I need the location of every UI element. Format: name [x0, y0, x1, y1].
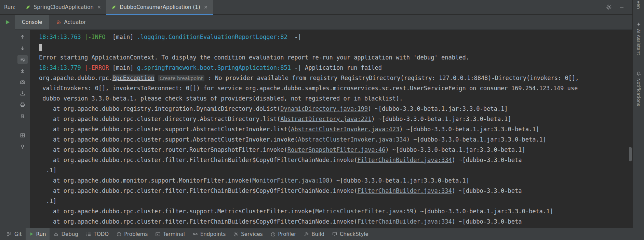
todo-icon	[86, 231, 91, 237]
log-text	[155, 75, 158, 81]
tab-actuator[interactable]: Actuator	[49, 15, 93, 29]
log-text: at org.apache.dubbo.rpc.cluster.support.…	[39, 126, 291, 133]
stripe-ai-assistant[interactable]: AI Assistant	[633, 22, 644, 55]
hide-button[interactable]	[619, 5, 624, 10]
log-level-error: |-ERROR	[84, 64, 109, 71]
status-item-label: Terminal	[163, 231, 185, 237]
console-toolbar	[15, 30, 30, 228]
file-link[interactable]: DynamicDirectory.java:199	[280, 105, 368, 112]
ai-icon	[636, 22, 641, 27]
services-icon	[233, 231, 239, 237]
console-line: at org.apache.dubbo.rpc.cluster.filter.F…	[39, 216, 632, 227]
exception-link[interactable]: RpcException	[112, 75, 155, 81]
statusbar-debug[interactable]: Debug	[50, 228, 82, 240]
profiler-icon	[270, 231, 276, 237]
create-breakpoint-hint[interactable]: Create breakpoint	[158, 75, 204, 81]
status-item-label: Endpoints	[200, 231, 226, 237]
up-stack-trace-button[interactable]	[17, 32, 28, 41]
spring-boot-icon	[25, 4, 31, 10]
import-button[interactable]	[17, 89, 28, 98]
file-link[interactable]: RouterSnapshotFilter.java:46	[287, 146, 386, 153]
right-tool-window-strip: venAI AssistantNotifications	[632, 0, 644, 228]
stripe-notifications[interactable]: Notifications	[633, 71, 644, 106]
log-text: -|	[287, 34, 301, 40]
rerun-button[interactable]	[4, 19, 11, 25]
file-link[interactable]: FilterChainBuilder.java:334	[357, 218, 452, 225]
panel-tab-label: Actuator	[64, 19, 86, 25]
statusbar-git[interactable]: Git	[3, 228, 26, 240]
status-item-label: Problems	[124, 231, 148, 237]
log-text: at org.apache.dubbo.rpc.cluster.support.…	[39, 136, 298, 143]
run-tab-label: DubboConsumerApplication (1)	[120, 4, 200, 10]
log-level-info: |-INFO	[84, 34, 109, 40]
close-icon[interactable]	[97, 5, 102, 10]
statusbar-checkstyle[interactable]: CheckStyle	[328, 228, 372, 240]
statusbar-todo[interactable]: TODO	[82, 228, 112, 240]
stripe-label: AI Assistant	[636, 29, 641, 55]
log-text: ) ~[dubbo-3.3.0-beta.1.jar:3.3.0-beta.1]	[399, 126, 539, 133]
run-tab-dubboconsumerapplication[interactable]: DubboConsumerApplication (1)	[106, 0, 213, 14]
status-item-label: CheckStyle	[340, 231, 368, 237]
status-item-label: Debug	[61, 231, 78, 237]
statusbar-terminal[interactable]: Terminal	[151, 228, 188, 240]
statusbar-profiler[interactable]: Profiler	[267, 228, 300, 240]
console-line: at org.apache.dubbo.rpc.cluster.filter.s…	[39, 206, 632, 216]
log-text: -| Application run failed	[291, 64, 382, 71]
file-link[interactable]: AbstractClusterInvoker.java:423	[291, 126, 399, 133]
statusbar-run[interactable]: Run	[26, 228, 50, 240]
file-link[interactable]: FilterChainBuilder.java:334	[357, 187, 452, 194]
vertical-scrollbar[interactable]	[629, 147, 632, 161]
statusbar-build[interactable]: Build	[300, 228, 328, 240]
log-text: org.apache.dubbo.rpc.	[39, 75, 112, 81]
file-link[interactable]: AbstractClusterInvoker.java:334	[298, 136, 406, 143]
console-line	[39, 42, 632, 52]
status-item-label: Git	[14, 231, 22, 237]
log-text	[81, 34, 84, 40]
console-line: at org.apache.dubbo.monitor.support.Moni…	[39, 175, 632, 186]
status-item-label: Profiler	[278, 231, 296, 237]
console-line: org.apache.dubbo.rpc.RpcException Create…	[39, 73, 632, 83]
actuator-icon	[56, 19, 62, 25]
stripe-label: Notifications	[636, 78, 641, 106]
log-timestamp: 18:34:13.779	[39, 64, 81, 71]
file-link[interactable]: MonitorFilter.java:108	[252, 177, 329, 184]
print-button[interactable]	[17, 100, 28, 109]
log-text: dubbo version 3.3.0-beta.1, please check…	[39, 95, 403, 102]
clear-all-button[interactable]	[17, 111, 28, 120]
pin-tab-button[interactable]	[17, 142, 28, 151]
settings-button[interactable]	[606, 4, 612, 10]
tab-console[interactable]: Console	[15, 15, 49, 29]
statusbar-endpoints[interactable]: Endpoints	[189, 228, 230, 240]
console-line: at org.apache.dubbo.rpc.cluster.filter.F…	[39, 155, 632, 165]
log-text: ) ~[dubbo-3.3.0-beta.1.jar:3.3.0-beta.1]	[406, 136, 546, 143]
stripe-maven[interactable]: ven	[633, 1, 644, 9]
console-line: Error starting ApplicationContext. To di…	[39, 52, 632, 63]
console-line: validInvokers: 0[], invokersToReconnect:…	[39, 83, 632, 93]
soft-wrap-button[interactable]	[17, 55, 28, 64]
close-icon[interactable]	[203, 5, 208, 10]
checkstyle-icon	[332, 231, 337, 237]
git-branch-icon	[6, 231, 12, 237]
console-output[interactable]: 18:34:13.763 |-INFO [main] .logging.Cond…	[30, 30, 632, 228]
log-text: at org.apache.dubbo.registry.integration…	[39, 105, 280, 112]
text-cursor	[39, 44, 42, 51]
console-line: at org.apache.dubbo.rpc.cluster.router.R…	[39, 145, 632, 155]
run-tab-springcloudapplication[interactable]: SpringCloudApplication	[21, 0, 106, 14]
down-stack-trace-button[interactable]	[17, 44, 28, 53]
screenshot-button[interactable]	[17, 78, 28, 86]
log-text: ) ~[dubbo-3.3.0-beta	[452, 218, 522, 225]
log-text: ) ~[dubbo-3.3.0-beta	[452, 157, 522, 163]
log-text: at org.apache.dubbo.monitor.support.Moni…	[39, 177, 252, 184]
statusbar-services[interactable]: Services	[229, 228, 266, 240]
log-text: .1]	[39, 198, 56, 204]
console-line: at org.apache.dubbo.rpc.cluster.support.…	[39, 124, 632, 134]
layout-settings-button[interactable]	[17, 131, 28, 140]
scroll-to-end-button[interactable]	[17, 66, 28, 75]
file-link[interactable]: AbstractDirectory.java:221	[280, 116, 371, 122]
file-link[interactable]: MetricsClusterFilter.java:59	[316, 208, 414, 215]
statusbar-problems[interactable]: Problems	[112, 228, 151, 240]
problems-icon	[116, 231, 122, 237]
file-link[interactable]: FilterChainBuilder.java:334	[357, 157, 452, 163]
hammer-icon	[304, 231, 309, 237]
left-window-strip	[0, 15, 15, 228]
